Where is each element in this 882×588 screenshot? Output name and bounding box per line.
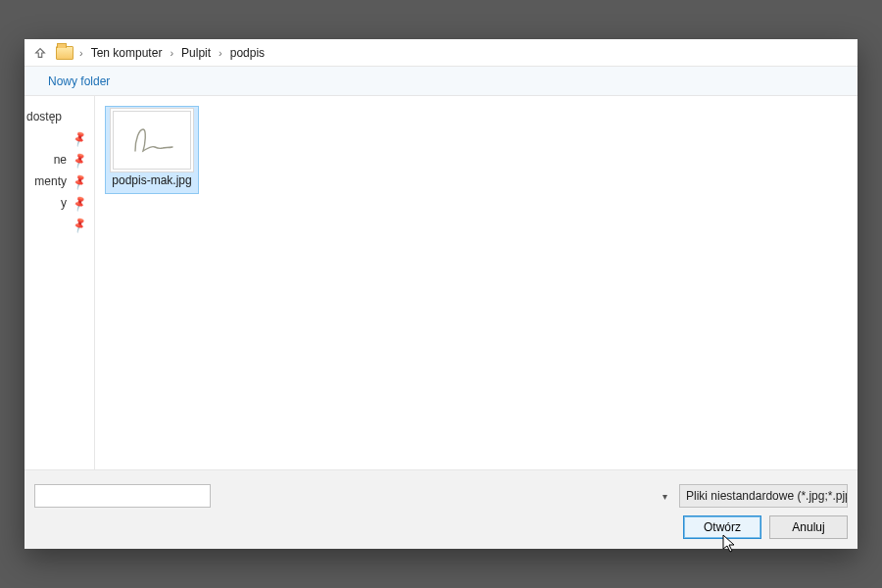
file-name-label: podpis-mak.jpg	[112, 173, 191, 187]
chevron-right-icon: ›	[170, 47, 173, 59]
dialog-body: dostęp 📌 ne 📌 menty 📌 y 📌 📌	[24, 96, 858, 469]
chevron-right-icon: ›	[79, 47, 83, 59]
breadcrumb-mid[interactable]: Pulpit	[177, 44, 215, 62]
file-open-dialog: › Ten komputer › Pulpit › podpis Nowy fo…	[24, 39, 858, 549]
folder-icon	[56, 46, 74, 60]
nav-item[interactable]: menty 📌	[24, 171, 90, 192]
pin-icon: 📌	[71, 172, 89, 190]
nav-item[interactable]: y 📌	[24, 192, 90, 214]
chevron-down-icon: ▾	[662, 491, 667, 502]
open-button[interactable]: Otwórz	[683, 515, 761, 539]
file-type-filter[interactable]: Pliki niestandardowe (*.jpg;*.pjp ▾	[679, 484, 848, 508]
toolbar: Nowy folder	[24, 67, 858, 96]
pin-icon: 📌	[71, 151, 89, 169]
thumbnail-signature	[113, 111, 191, 170]
breadcrumb: › Ten komputer › Pulpit › podpis	[79, 44, 269, 62]
nav-item[interactable]: 📌	[24, 214, 90, 235]
nav-item[interactable]: ne 📌	[24, 149, 90, 171]
dialog-footer: ▾ Pliki niestandardowe (*.jpg;*.pjp ▾ Ot…	[24, 469, 858, 549]
file-list[interactable]: podpis-mak.jpg	[95, 96, 858, 469]
file-item-selected[interactable]: podpis-mak.jpg	[105, 106, 199, 194]
chevron-right-icon: ›	[219, 47, 222, 59]
pin-icon: 📌	[71, 194, 89, 212]
address-bar: › Ten komputer › Pulpit › podpis	[24, 39, 858, 67]
pin-icon: 📌	[71, 129, 89, 147]
up-one-level-button[interactable]	[30, 43, 50, 63]
new-folder-button[interactable]: Nowy folder	[48, 74, 110, 88]
filename-input[interactable]	[34, 484, 211, 508]
nav-quick-access[interactable]: dostęp	[24, 106, 90, 127]
breadcrumb-leaf[interactable]: podpis	[226, 44, 269, 62]
filename-field-wrap: ▾	[34, 484, 671, 508]
pin-icon: 📌	[71, 216, 89, 233]
filter-label: Pliki niestandardowe (*.jpg;*.pjp	[686, 489, 848, 503]
cancel-button[interactable]: Anuluj	[769, 515, 848, 539]
nav-item[interactable]: 📌	[24, 127, 90, 149]
breadcrumb-root[interactable]: Ten komputer	[87, 44, 167, 62]
navigation-pane[interactable]: dostęp 📌 ne 📌 menty 📌 y 📌 📌	[24, 96, 95, 469]
